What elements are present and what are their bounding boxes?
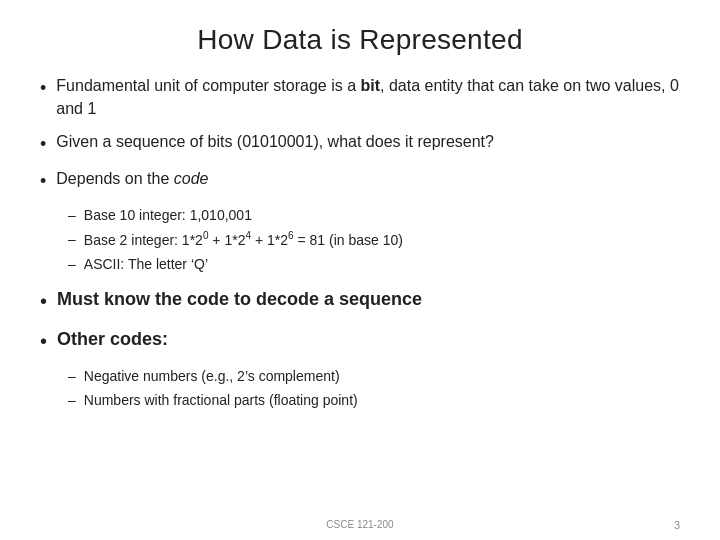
bullet-2: • Given a sequence of bits (01010001), w… <box>40 130 680 157</box>
slide: How Data is Represented • Fundamental un… <box>0 0 720 540</box>
sub-item-3-1: – Base 10 integer: 1,010,001 <box>68 205 680 225</box>
bullet-text-3: Depends on the code <box>56 167 208 190</box>
sub-item-5-2: – Numbers with fractional parts (floatin… <box>68 390 680 410</box>
slide-title: How Data is Represented <box>40 24 680 56</box>
bullet-text-4: Must know the code to decode a sequence <box>57 286 422 312</box>
bullet-dot-5: • <box>40 327 47 356</box>
sub-text-3-2: Base 2 integer: 1*20 + 1*24 + 1*26 = 81 … <box>84 229 403 250</box>
dash-3-1: – <box>68 205 76 225</box>
sub-list-5: – Negative numbers (e.g., 2’s complement… <box>68 366 680 415</box>
bullet-1: • Fundamental unit of computer storage i… <box>40 74 680 120</box>
bullet-3: • Depends on the code <box>40 167 680 194</box>
sub-list-3: – Base 10 integer: 1,010,001 – Base 2 in… <box>68 205 680 279</box>
sub-text-3-3: ASCII: The letter ‘Q’ <box>84 254 208 274</box>
footer: CSCE 121-200 3 <box>0 519 720 530</box>
bullet-dot-4: • <box>40 287 47 316</box>
bullet-dot-2: • <box>40 131 46 157</box>
sub-text-5-1: Negative numbers (e.g., 2’s complement) <box>84 366 340 386</box>
dash-3-2: – <box>68 229 76 249</box>
bullet-dot-1: • <box>40 75 46 101</box>
bullet-text-1: Fundamental unit of computer storage is … <box>56 74 680 120</box>
bullet-dot-3: • <box>40 168 46 194</box>
bullet-text-5: Other codes: <box>57 326 168 352</box>
bullet-5: • Other codes: <box>40 326 680 356</box>
sub-item-3-3: – ASCII: The letter ‘Q’ <box>68 254 680 274</box>
dash-5-2: – <box>68 390 76 410</box>
content-area: • Fundamental unit of computer storage i… <box>40 74 680 520</box>
bullet-4: • Must know the code to decode a sequenc… <box>40 286 680 316</box>
sub-item-5-1: – Negative numbers (e.g., 2’s complement… <box>68 366 680 386</box>
sub-text-3-1: Base 10 integer: 1,010,001 <box>84 205 252 225</box>
footer-page: 3 <box>674 519 680 531</box>
sub-item-3-2: – Base 2 integer: 1*20 + 1*24 + 1*26 = 8… <box>68 229 680 250</box>
bullet-text-2: Given a sequence of bits (01010001), wha… <box>56 130 494 153</box>
dash-5-1: – <box>68 366 76 386</box>
footer-course: CSCE 121-200 <box>0 519 720 530</box>
sub-text-5-2: Numbers with fractional parts (floating … <box>84 390 358 410</box>
dash-3-3: – <box>68 254 76 274</box>
